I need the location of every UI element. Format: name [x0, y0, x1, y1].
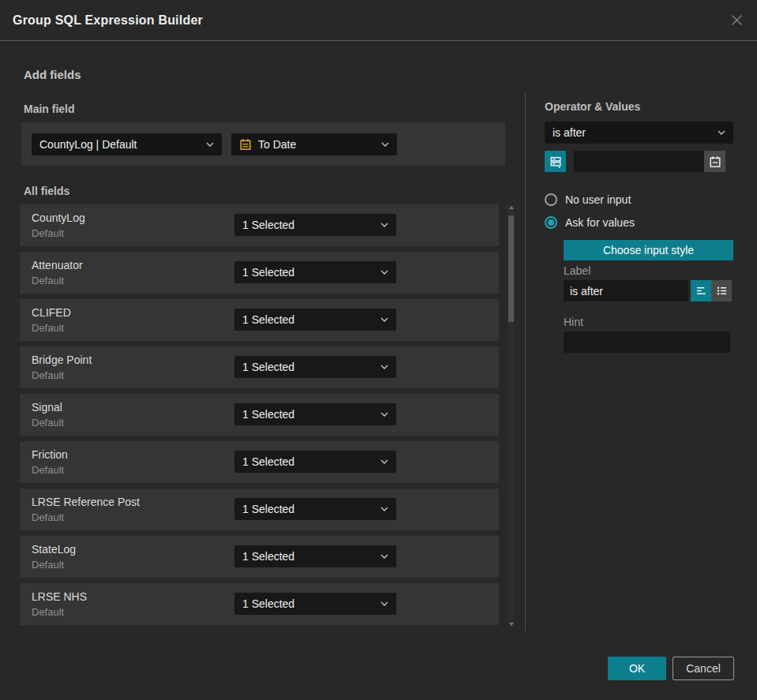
- field-name: Bridge Point: [32, 354, 92, 366]
- single-line-style-button[interactable]: [691, 280, 711, 301]
- cancel-button[interactable]: Cancel: [673, 657, 734, 680]
- value-input[interactable]: [574, 151, 704, 172]
- main-field-date-value: To Date: [258, 138, 296, 151]
- field-row: Bridge Point Default 1 Selected: [20, 346, 499, 388]
- field-selected-dropdown[interactable]: 1 Selected: [234, 545, 396, 567]
- field-name: CLIFED: [32, 306, 71, 319]
- column-divider: [525, 93, 526, 631]
- chevron-down-icon: [374, 459, 388, 464]
- field-subtitle: Default: [32, 275, 64, 286]
- field-subtitle: Default: [32, 559, 64, 571]
- close-button[interactable]: [729, 13, 744, 28]
- label-style-segment: [691, 280, 732, 301]
- field-name: CountyLog: [32, 211, 85, 224]
- field-selected-dropdown[interactable]: 1 Selected: [234, 498, 396, 520]
- field-selected-value: 1 Selected: [242, 597, 294, 610]
- date-picker-button[interactable]: [704, 151, 725, 172]
- field-row: Friction Default 1 Selected: [20, 441, 499, 483]
- field-row: Signal Default 1 Selected: [20, 394, 499, 436]
- radio-selected-icon: [545, 216, 557, 229]
- field-name: StateLog: [32, 543, 76, 556]
- field-name: Attenuator: [32, 259, 83, 271]
- field-selected-dropdown[interactable]: 1 Selected: [234, 214, 396, 236]
- field-row: Attenuator Default 1 Selected: [20, 252, 499, 294]
- field-selected-value: 1 Selected: [242, 455, 294, 468]
- field-name: Signal: [32, 401, 62, 414]
- field-selected-dropdown[interactable]: 1 Selected: [234, 593, 396, 615]
- chevron-down-icon: [374, 365, 388, 369]
- list-scrollbar[interactable]: [508, 204, 515, 627]
- close-icon: [730, 13, 744, 27]
- field-selected-dropdown[interactable]: 1 Selected: [234, 309, 396, 331]
- chevron-down-icon: [374, 317, 388, 322]
- hint-input[interactable]: [564, 331, 730, 353]
- chevron-down-icon: [374, 223, 388, 227]
- operator-value-row: [545, 151, 733, 172]
- dialog-title: Group SQL Expression Builder: [13, 13, 203, 28]
- field-selected-value: 1 Selected: [242, 266, 294, 279]
- field-selected-value: 1 Selected: [242, 313, 294, 326]
- operator-dropdown[interactable]: is after: [545, 122, 733, 144]
- list-style-button[interactable]: [711, 280, 732, 301]
- hint-field-label: Hint: [564, 316, 583, 328]
- radio-ask-for-values[interactable]: Ask for values: [545, 216, 635, 229]
- field-row: LRSE NHS Default 1 Selected: [20, 583, 499, 625]
- main-field-date-dropdown[interactable]: To Date: [231, 133, 397, 155]
- main-field-dropdown[interactable]: CountyLog | Default: [32, 133, 222, 155]
- field-subtitle: Default: [32, 511, 64, 523]
- radio-no-user-input[interactable]: No user input: [545, 193, 631, 206]
- field-row: StateLog Default 1 Selected: [20, 536, 499, 578]
- chevron-down-icon: [374, 601, 388, 606]
- field-selected-value: 1 Selected: [242, 503, 294, 515]
- radio-no-user-input-label: No user input: [565, 193, 631, 206]
- main-field-dropdown-value: CountyLog | Default: [39, 138, 137, 151]
- dialog-titlebar: Group SQL Expression Builder: [0, 0, 757, 41]
- field-name: LRSE Reference Post: [32, 496, 140, 508]
- radio-ask-for-values-label: Ask for values: [565, 216, 635, 229]
- all-fields-heading: All fields: [24, 185, 69, 197]
- add-fields-heading: Add fields: [24, 68, 81, 81]
- chevron-down-icon: [374, 270, 388, 275]
- field-selected-value: 1 Selected: [242, 408, 294, 421]
- field-selected-value: 1 Selected: [242, 219, 294, 231]
- field-row: CountyLog Default 1 Selected: [20, 204, 499, 246]
- chevron-down-icon: [374, 507, 388, 511]
- field-subtitle: Default: [32, 369, 64, 381]
- calendar-icon: [709, 155, 721, 168]
- label-field-label: Label: [564, 264, 590, 277]
- label-input[interactable]: [564, 280, 688, 301]
- main-field-heading: Main field: [24, 103, 75, 115]
- field-subtitle: Default: [32, 606, 64, 618]
- field-name: Friction: [32, 448, 68, 461]
- field-selected-dropdown[interactable]: 1 Selected: [234, 451, 396, 473]
- ok-button[interactable]: OK: [608, 657, 666, 680]
- radio-circle-icon: [545, 193, 557, 206]
- stacked-values-icon: [549, 155, 562, 168]
- field-selected-dropdown[interactable]: 1 Selected: [234, 403, 396, 425]
- scroll-down-arrow-icon[interactable]: [508, 621, 515, 627]
- chevron-down-icon: [374, 554, 388, 559]
- field-row: CLIFED Default 1 Selected: [20, 299, 499, 341]
- field-selected-value: 1 Selected: [242, 550, 294, 563]
- field-name: LRSE NHS: [32, 590, 87, 603]
- field-selected-value: 1 Selected: [242, 361, 294, 373]
- main-field-panel: CountyLog | Default To Date: [21, 122, 505, 166]
- field-selected-dropdown[interactable]: 1 Selected: [234, 356, 396, 378]
- chevron-down-icon: [375, 142, 389, 147]
- chevron-down-icon: [200, 142, 214, 147]
- operator-dropdown-value: is after: [553, 126, 586, 139]
- scrollbar-thumb[interactable]: [508, 215, 514, 322]
- operator-values-heading: Operator & Values: [545, 100, 640, 113]
- choose-input-style-button[interactable]: Choose input style: [564, 240, 733, 260]
- list-icon: [716, 285, 728, 297]
- chevron-down-icon: [374, 412, 388, 417]
- field-row: LRSE Reference Post Default 1 Selected: [20, 489, 499, 530]
- calendar-icon: [239, 138, 252, 151]
- field-subtitle: Default: [32, 227, 64, 239]
- group-sql-expression-builder-dialog: Group SQL Expression Builder Add fields …: [0, 0, 757, 700]
- field-selected-dropdown[interactable]: 1 Selected: [234, 261, 396, 283]
- field-subtitle: Default: [32, 322, 64, 334]
- scroll-up-arrow-icon[interactable]: [508, 204, 515, 211]
- input-type-button[interactable]: [545, 151, 566, 172]
- chevron-down-icon: [711, 130, 725, 135]
